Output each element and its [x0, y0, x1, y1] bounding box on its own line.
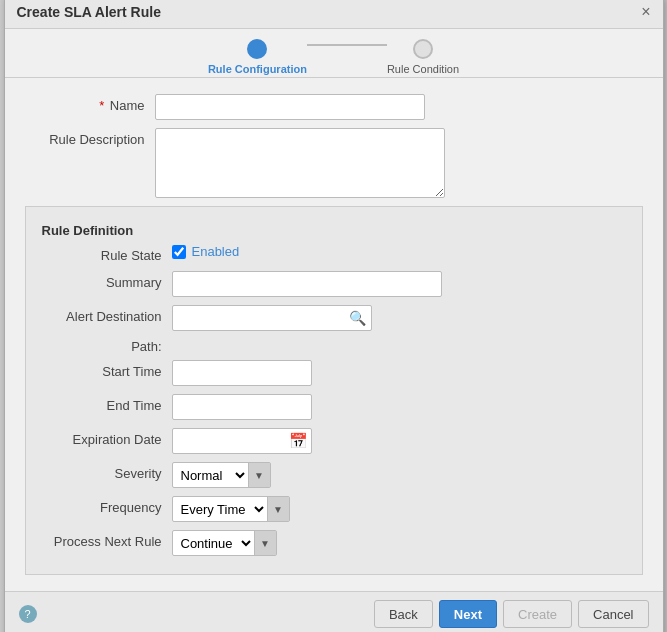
name-row: * Name	[25, 94, 643, 120]
rule-description-label: Rule Description	[25, 128, 155, 147]
required-star: *	[99, 98, 104, 113]
process-next-rule-select-wrap: Continue Stop ▼	[172, 530, 277, 556]
cancel-button[interactable]: Cancel	[578, 600, 648, 628]
name-label: * Name	[25, 94, 155, 113]
start-time-row: Start Time	[42, 360, 626, 386]
search-icon[interactable]: 🔍	[349, 310, 366, 326]
alert-destination-wrap: 🔍	[172, 305, 372, 331]
frequency-row: Frequency Every Time Once Daily ▼	[42, 496, 626, 522]
dialog-footer: ? Back Next Create Cancel	[5, 591, 663, 632]
end-time-row: End Time	[42, 394, 626, 420]
severity-label: Severity	[42, 462, 172, 481]
start-time-input[interactable]	[172, 360, 312, 386]
frequency-select[interactable]: Every Time Once Daily	[173, 497, 267, 521]
help-icon[interactable]: ?	[19, 605, 37, 623]
path-row: Path:	[42, 339, 626, 354]
rule-state-label: Rule State	[42, 244, 172, 263]
step2-label: Rule Condition	[387, 63, 459, 75]
rule-state-enabled-label: Enabled	[192, 244, 240, 259]
expiration-date-row: Expiration Date 📅	[42, 428, 626, 454]
footer-left: ?	[19, 605, 37, 623]
path-label: Path:	[42, 339, 172, 354]
alert-destination-input[interactable]	[172, 305, 372, 331]
severity-dropdown-btn[interactable]: ▼	[248, 463, 270, 487]
alert-destination-row: Alert Destination 🔍	[42, 305, 626, 331]
rule-definition-title: Rule Definition	[42, 223, 626, 238]
severity-row: Severity Normal Low Medium High Critical…	[42, 462, 626, 488]
step1-circle	[247, 39, 267, 59]
step1-container: Rule Configuration	[208, 39, 307, 75]
process-next-rule-dropdown-btn[interactable]: ▼	[254, 531, 276, 555]
wizard-steps: Rule Configuration Rule Condition	[5, 29, 663, 77]
process-next-rule-row: Process Next Rule Continue Stop ▼	[42, 530, 626, 556]
rule-state-checkbox-row: Enabled	[172, 244, 240, 259]
dialog-header: Create SLA Alert Rule ×	[5, 0, 663, 29]
rule-description-input[interactable]	[155, 128, 445, 198]
close-button[interactable]: ×	[641, 4, 650, 20]
rule-description-row: Rule Description	[25, 128, 643, 198]
severity-select-wrap: Normal Low Medium High Critical ▼	[172, 462, 271, 488]
back-button[interactable]: Back	[374, 600, 433, 628]
create-sla-alert-rule-dialog: Create SLA Alert Rule × Rule Configurati…	[4, 0, 664, 632]
dialog-body: * Name Rule Description Rule Definition …	[5, 84, 663, 591]
end-time-input[interactable]	[172, 394, 312, 420]
summary-input[interactable]	[172, 271, 442, 297]
start-time-label: Start Time	[42, 360, 172, 379]
next-button[interactable]: Next	[439, 600, 497, 628]
process-next-rule-label: Process Next Rule	[42, 530, 172, 549]
end-time-label: End Time	[42, 394, 172, 413]
create-button[interactable]: Create	[503, 600, 572, 628]
step2-container: Rule Condition	[387, 39, 459, 75]
rule-state-row: Rule State Enabled	[42, 244, 626, 263]
step-connector	[307, 44, 387, 46]
rule-state-checkbox[interactable]	[172, 245, 186, 259]
expiration-date-label: Expiration Date	[42, 428, 172, 447]
calendar-icon[interactable]: 📅	[289, 432, 308, 450]
summary-row: Summary	[42, 271, 626, 297]
summary-label: Summary	[42, 271, 172, 290]
step1-label: Rule Configuration	[208, 63, 307, 75]
dialog-title: Create SLA Alert Rule	[17, 4, 161, 20]
rule-definition-section: Rule Definition Rule State Enabled Summa…	[25, 206, 643, 575]
frequency-dropdown-btn[interactable]: ▼	[267, 497, 289, 521]
step2-circle	[413, 39, 433, 59]
frequency-select-wrap: Every Time Once Daily ▼	[172, 496, 290, 522]
name-input[interactable]	[155, 94, 425, 120]
severity-select[interactable]: Normal Low Medium High Critical	[173, 463, 248, 487]
expiration-date-wrap: 📅	[172, 428, 312, 454]
frequency-label: Frequency	[42, 496, 172, 515]
process-next-rule-select[interactable]: Continue Stop	[173, 531, 254, 555]
alert-destination-label: Alert Destination	[42, 305, 172, 324]
